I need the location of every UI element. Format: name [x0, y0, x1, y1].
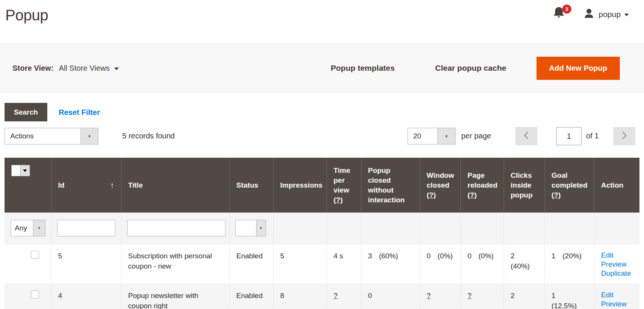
reset-filter-link[interactable]: Reset Filter	[59, 108, 100, 117]
column-header-id[interactable]: Id↑	[51, 158, 121, 213]
column-header-time_per_view[interactable]: Time per view (?)	[327, 158, 361, 213]
mass-filter-value: Any	[11, 220, 33, 236]
unknown-value-link[interactable]: ?	[427, 292, 431, 300]
add-new-popup-button[interactable]: Add New Popup	[537, 57, 620, 80]
chevron-down-icon: ▼	[33, 220, 45, 236]
column-label: Time per view	[334, 166, 350, 194]
cell-time-per-view: ?	[327, 284, 361, 309]
stat-value: 0	[427, 251, 438, 261]
cell-window-closed: ?	[420, 284, 460, 309]
column-label: Action	[601, 181, 624, 189]
chevron-right-icon	[622, 131, 627, 141]
notification-count-badge: 3	[562, 5, 571, 14]
id-filter-input[interactable]	[57, 220, 115, 236]
column-label: Status	[236, 181, 258, 189]
cell-actions: EditPreviewDuplicate	[594, 244, 639, 284]
status-filter-select[interactable]: ▼	[235, 220, 266, 236]
chevron-down-icon: ▼	[256, 220, 266, 236]
mass-filter-select[interactable]: Any ▼	[11, 220, 45, 236]
preview-link[interactable]: Preview	[601, 300, 634, 309]
column-label: Window closed	[427, 171, 454, 189]
title-filter-input[interactable]	[127, 220, 226, 236]
previous-page-button[interactable]	[515, 127, 537, 145]
grid-filter-row: Any ▼ ▼	[5, 213, 639, 244]
stat-value: 4 s	[334, 251, 345, 261]
stat-percent: (20%)	[563, 252, 582, 260]
table-row: 5Subscription with personal coupon - new…	[5, 244, 639, 284]
table-row: 4Popup newsletter with coupon rightEnabl…	[5, 284, 639, 309]
help-question-link[interactable]: (?)	[334, 196, 343, 204]
cell-page-reloaded: ?	[460, 284, 504, 309]
row-checkbox[interactable]	[31, 290, 39, 298]
column-header-goal_completed[interactable]: Goal completed (?)	[544, 158, 594, 213]
preview-link[interactable]: Preview	[601, 260, 634, 269]
column-label: Title	[128, 181, 143, 189]
row-checkbox[interactable]	[31, 251, 39, 259]
notifications-button[interactable]: 3	[552, 6, 569, 21]
stat-value: 3	[368, 251, 379, 261]
account-menu[interactable]: popup	[583, 8, 629, 21]
help-question-link[interactable]: (?)	[468, 191, 477, 199]
cell-clicks-inside: 2(40%)	[504, 244, 544, 284]
column-header-clicks_inside[interactable]: Clicks inside popup	[504, 158, 544, 213]
cell-impressions: 5	[273, 244, 327, 284]
column-header-page_reloaded[interactable]: Page reloaded (?)	[460, 158, 504, 213]
chevron-down-icon: ▼	[437, 128, 455, 144]
column-header-impressions[interactable]: Impressions	[273, 158, 327, 213]
cell-clicks-inside: 2	[504, 284, 544, 309]
actions-select-value: Actions	[5, 128, 81, 144]
edit-link[interactable]: Edit	[601, 290, 634, 300]
stat-percent: (0%)	[438, 252, 453, 260]
chevron-down-icon	[114, 67, 119, 70]
cell-goal-completed: 1(20%)	[544, 244, 594, 284]
column-label: Clicks inside popup	[511, 171, 533, 199]
mass-select-dropdown[interactable]	[11, 165, 30, 176]
username-label: popup	[599, 10, 621, 19]
column-header-title[interactable]: Title	[121, 158, 229, 213]
column-header-action[interactable]: Action	[594, 158, 639, 213]
cell-title: Popup newsletter with coupon right	[121, 284, 229, 309]
stat-value: 1	[552, 290, 563, 301]
duplicate-link[interactable]: Duplicate	[601, 269, 634, 278]
cell-id: 4	[51, 284, 121, 309]
chevron-down-icon	[20, 165, 30, 176]
column-header-window_closed[interactable]: Window closed (?)	[420, 158, 460, 213]
store-view-label: Store View:	[12, 64, 54, 73]
clear-popup-cache-button[interactable]: Clear popup cache	[435, 64, 506, 73]
column-label: Popup closed without interaction	[368, 166, 405, 204]
popup-templates-button[interactable]: Popup templates	[331, 64, 395, 73]
stat-value: 1	[552, 251, 563, 261]
per-page-select[interactable]: 20 ▼	[408, 128, 456, 144]
cell-actions: EditPreview	[594, 284, 639, 309]
page-number-input[interactable]	[556, 127, 582, 145]
stat-value: 2	[511, 251, 522, 261]
stat-value: 0	[468, 251, 479, 261]
page-title: Popup	[5, 7, 48, 24]
column-label: Goal completed	[552, 171, 588, 189]
cell-status: Enabled	[229, 284, 273, 309]
stat-value: 2	[511, 290, 522, 301]
column-header-popup_closed[interactable]: Popup closed without interaction	[361, 158, 420, 213]
search-button[interactable]: Search	[5, 103, 47, 121]
column-header-status[interactable]: Status	[229, 158, 273, 213]
chevron-left-icon	[524, 131, 529, 141]
cell-title: Subscription with personal coupon - new	[121, 244, 229, 284]
store-view-switcher[interactable]: All Store Views	[59, 64, 119, 73]
next-page-button[interactable]	[613, 127, 635, 145]
cell-time-per-view: 4 s	[327, 244, 361, 284]
user-icon	[583, 8, 595, 21]
store-view-band: Store View: All Store Views Popup templa…	[0, 43, 644, 93]
unknown-value-link[interactable]: ?	[468, 292, 472, 300]
cell-popup-closed: 3(60%)	[361, 244, 420, 284]
records-found-label: 5 records found	[122, 132, 175, 140]
actions-select[interactable]: Actions ▼	[5, 128, 98, 144]
page-total-label: of 1	[586, 132, 599, 140]
unknown-value-link[interactable]: ?	[334, 292, 338, 300]
help-question-link[interactable]: (?)	[552, 191, 561, 199]
select-all-checkbox[interactable]	[12, 165, 20, 176]
chevron-down-icon: ▼	[81, 128, 98, 144]
stat-percent: (12.5%)	[552, 302, 577, 309]
stat-percent: (60%)	[379, 252, 398, 260]
help-question-link[interactable]: (?)	[427, 191, 436, 199]
edit-link[interactable]: Edit	[601, 251, 634, 260]
